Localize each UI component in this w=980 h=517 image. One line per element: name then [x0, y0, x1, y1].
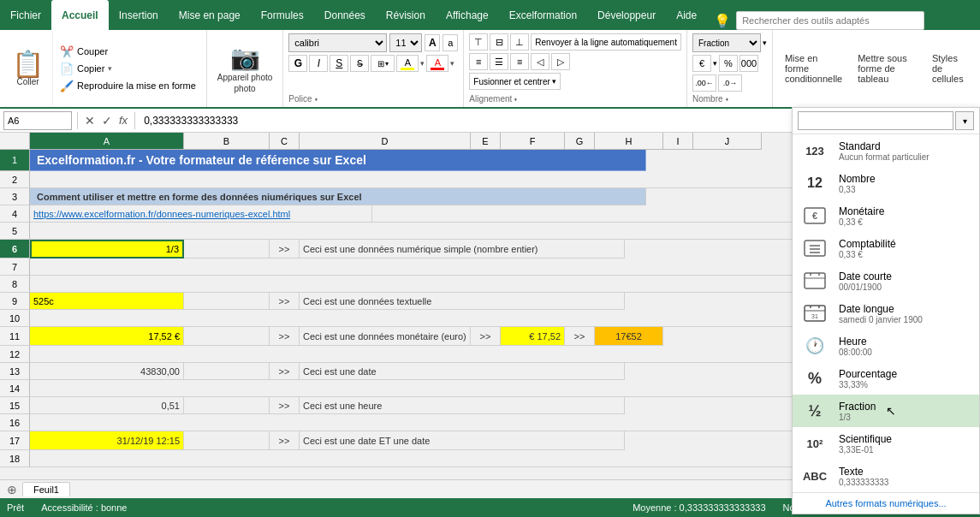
police-expand-icon[interactable]: ⬧ — [314, 95, 318, 103]
format-date-courte[interactable]: Date courte 00/01/1900 — [793, 264, 979, 297]
cell-ref-box[interactable]: A6 — [3, 111, 72, 130]
col-header-g[interactable]: G — [565, 133, 595, 150]
wrap-text-button[interactable]: Renvoyer à la ligne automatiquement — [531, 33, 681, 51]
number-format-expand-icon[interactable]: ▾ — [763, 39, 767, 47]
col-header-b[interactable]: B — [184, 133, 270, 150]
cell-a9[interactable]: 525c — [30, 293, 184, 310]
row-num-10[interactable]: 10 — [0, 310, 30, 327]
cell-a6[interactable]: 1/3 — [30, 240, 184, 258]
format-date-longue[interactable]: 31 Date longue samedi 0 janvier 1900 — [793, 297, 979, 330]
cell-d15[interactable]: Ceci est une heure — [300, 397, 625, 414]
underline-button[interactable]: S — [330, 55, 348, 72]
border-button[interactable]: ⊞▾ — [371, 55, 395, 72]
formula-confirm-icon[interactable]: ✓ — [100, 112, 114, 129]
format-comptabilite[interactable]: Comptabilité 0,33 € — [793, 232, 979, 264]
font-size-decrease-button[interactable]: a — [442, 34, 458, 51]
align-left-button[interactable]: ≡ — [469, 53, 488, 70]
format-scientifique[interactable]: 10² Scientifique 3,33E-01 — [793, 427, 979, 460]
cell-c13[interactable]: >> — [270, 363, 300, 380]
format-heure[interactable]: 🕐 Heure 08:00:00 — [793, 330, 979, 362]
cell-c17[interactable]: >> — [270, 431, 300, 450]
couper-button[interactable]: ✂️ Couper — [56, 45, 199, 59]
bold-button[interactable]: G — [288, 55, 307, 72]
alignement-expand-icon[interactable]: ⬧ — [514, 95, 518, 103]
tab-revision[interactable]: Révision — [376, 0, 436, 30]
conditional-format-button[interactable]: Mise en forme conditionnelle — [780, 50, 849, 87]
number-format-select[interactable]: Fraction — [692, 33, 761, 52]
tab-accueil[interactable]: Accueil — [51, 0, 109, 30]
align-right-button[interactable]: ≡ — [510, 53, 529, 70]
align-bottom-button[interactable]: ⊥ — [510, 33, 529, 51]
format-fraction[interactable]: ½ Fraction 1/3 ↖ — [793, 395, 979, 427]
format-standard[interactable]: 123 Standard Aucun format particulier — [793, 134, 979, 167]
cell-d17[interactable]: Ceci est une date ET une date — [300, 431, 625, 450]
cell-e11[interactable]: >> — [471, 327, 501, 346]
fill-color-dropdown-icon[interactable]: ▾ — [420, 59, 425, 68]
row-num-12[interactable]: 12 — [0, 346, 30, 363]
font-family-select[interactable]: calibri — [288, 33, 387, 52]
align-middle-button[interactable]: ⊟ — [490, 33, 508, 51]
row-num-13[interactable]: 13 — [0, 363, 30, 380]
cell-a17[interactable]: 31/12/19 12:15 — [30, 431, 184, 450]
row-num-15[interactable]: 15 — [0, 397, 30, 414]
cell-c6[interactable]: >> — [270, 240, 300, 258]
font-size-select[interactable]: 11 — [389, 33, 422, 52]
col-header-j[interactable]: J — [693, 133, 762, 150]
tab-developpeur[interactable]: Développeur — [587, 0, 666, 30]
row-num-9[interactable]: 9 — [0, 293, 30, 310]
percent-button[interactable]: % — [719, 55, 738, 72]
format-table-button[interactable]: Mettre sous forme de tableau — [852, 50, 924, 87]
accounting-dropdown-icon[interactable]: ▾ — [713, 59, 717, 68]
cell-b17[interactable] — [184, 431, 270, 450]
cell-d6[interactable]: Ceci est une données numérique simple (n… — [300, 240, 625, 258]
italic-button[interactable]: I — [309, 55, 328, 72]
cell-a15[interactable]: 0,51 — [30, 397, 184, 414]
row-num-1[interactable]: 1 — [0, 150, 30, 171]
increase-decimal-button[interactable]: .0→ — [718, 74, 742, 92]
row-num-14[interactable]: 14 — [0, 380, 30, 397]
cell-b9[interactable] — [184, 293, 270, 310]
cell-b15[interactable] — [184, 397, 270, 414]
cell-a1[interactable]: Excelformation.fr - Votre formateur de r… — [30, 150, 646, 171]
accounting-format-button[interactable]: € — [692, 55, 711, 72]
number-format-dropdown-arrow[interactable]: ▾ — [955, 111, 974, 130]
font-color-dropdown-icon[interactable]: ▾ — [450, 59, 454, 68]
row-num-18[interactable]: 18 — [0, 450, 30, 467]
row-num-5[interactable]: 5 — [0, 223, 30, 240]
align-top-button[interactable]: ⊤ — [469, 33, 488, 51]
row-num-8[interactable]: 8 — [0, 276, 30, 293]
col-header-i[interactable]: I — [663, 133, 693, 150]
col-header-e[interactable]: E — [471, 133, 501, 150]
row-num-16[interactable]: 16 — [0, 414, 30, 431]
nombre-expand-icon[interactable]: ⬧ — [725, 95, 729, 103]
cell-a4[interactable]: https://www.excelformation.fr/donnees-nu… — [30, 205, 372, 223]
cell-c11[interactable]: >> — [270, 327, 300, 346]
tab-excelformation[interactable]: Excelformation — [499, 0, 587, 30]
row-num-17[interactable]: 17 — [0, 431, 30, 450]
row-num-7[interactable]: 7 — [0, 258, 30, 276]
col-header-c[interactable]: C — [270, 133, 300, 150]
indent-increase-button[interactable]: ▷ — [551, 53, 570, 70]
cell-c15[interactable]: >> — [270, 397, 300, 414]
font-color-button[interactable]: A — [426, 55, 448, 72]
cell-c9[interactable]: >> — [270, 293, 300, 310]
col-header-d[interactable]: D — [300, 133, 471, 150]
cell-g11[interactable]: >> — [565, 327, 595, 346]
cell-h11[interactable]: 17€52 — [595, 327, 663, 346]
search-input[interactable] — [736, 11, 924, 30]
tab-insertion[interactable]: Insertion — [109, 0, 169, 30]
merge-dropdown-icon[interactable]: ▾ — [552, 77, 556, 86]
cell-f11[interactable]: € 17,52 — [501, 327, 565, 346]
row-num-2[interactable]: 2 — [0, 171, 30, 188]
col-header-a[interactable]: A — [30, 133, 184, 150]
tab-fichier[interactable]: Fichier — [0, 0, 51, 30]
coller-button[interactable]: 📋 Coller — [3, 32, 53, 105]
cell-a13[interactable]: 43830,00 — [30, 363, 184, 380]
cell-a3[interactable]: Comment utiliser et mettre en forme des … — [30, 188, 646, 205]
copier-button[interactable]: 📄 Copier ▾ — [56, 62, 199, 76]
row-num-4[interactable]: 4 — [0, 205, 30, 223]
reproduire-button[interactable]: 🖌️ Reproduire la mise en forme — [56, 79, 199, 93]
cell-b11[interactable] — [184, 327, 270, 346]
cell-d11[interactable]: Ceci est une données monétaire (euro) — [300, 327, 471, 346]
cell-a11[interactable]: 17,52 € — [30, 327, 184, 346]
